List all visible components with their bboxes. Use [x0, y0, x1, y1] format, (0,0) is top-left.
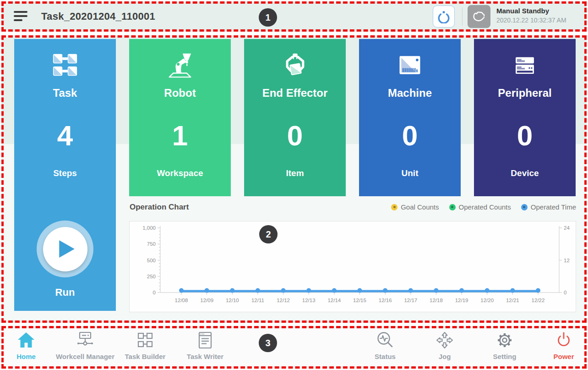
status-icon	[375, 330, 395, 350]
robot-icon	[166, 51, 194, 79]
status-mode-text: Manual Standby	[496, 7, 566, 15]
svg-text:500: 500	[147, 258, 156, 263]
menu-icon[interactable]	[14, 11, 27, 22]
card-unit: Item	[244, 168, 346, 178]
card-title: Peripheral	[474, 87, 576, 99]
svg-text:12/10: 12/10	[226, 298, 239, 303]
manual-mode-button[interactable]	[468, 5, 490, 28]
nav-label: Jog	[410, 353, 479, 360]
nav-item-setting[interactable]: Setting	[470, 330, 539, 360]
home-icon	[16, 330, 36, 350]
run-play-icon	[59, 240, 75, 258]
card-unit: Steps	[14, 168, 116, 178]
page-title: Task_20201204_110001	[41, 4, 155, 29]
svg-text:0: 0	[564, 290, 566, 295]
status-datetime: 2020.12.22 10:32:37 AM	[496, 17, 566, 24]
annotation-badge-3: 3	[259, 334, 277, 352]
peripheral-card[interactable]: Peripheral 0 Device	[474, 39, 576, 196]
legend-dot-icon	[391, 204, 397, 210]
svg-text:12/09: 12/09	[200, 298, 213, 303]
svg-text:12/11: 12/11	[251, 298, 264, 303]
nav-item-status[interactable]: Status	[351, 330, 419, 360]
power-icon	[554, 330, 574, 350]
svg-text:12/14: 12/14	[327, 298, 341, 303]
task-writer-icon	[195, 330, 215, 350]
operation-chart-plot: 02505007501,0000122412/0812/0912/1012/11…	[130, 221, 576, 312]
nav-label: Workcell Manager	[51, 353, 120, 360]
card-unit: Unit	[359, 168, 461, 178]
robot-card[interactable]: Robot 1 Workspace	[129, 39, 231, 196]
svg-text:12/21: 12/21	[506, 298, 519, 303]
workcell-manager-icon	[75, 330, 95, 350]
card-title: Robot	[129, 87, 231, 99]
card-title: End Effector	[244, 87, 346, 99]
card-title: Machine	[359, 87, 461, 99]
gripper-tool-button[interactable]	[433, 6, 455, 28]
task-builder-icon	[135, 330, 155, 350]
svg-text:12/17: 12/17	[404, 298, 417, 303]
gripper-icon	[436, 10, 451, 23]
end-effector-card[interactable]: End Effector 0 Item	[244, 39, 346, 196]
nav-item-power[interactable]: Power	[529, 330, 588, 360]
header-bar: Task_20201204_110001 Manual Standby 2020…	[1, 1, 587, 32]
annotation-badge-2: 2	[259, 225, 278, 243]
robot-status: Manual Standby 2020.12.22 10:32:37 AM	[496, 7, 566, 24]
svg-text:12: 12	[564, 258, 570, 263]
svg-text:12/13: 12/13	[302, 298, 316, 303]
card-count: 1	[129, 119, 231, 152]
svg-text:0: 0	[153, 290, 156, 295]
legend-item: Operated Time	[521, 203, 576, 211]
svg-text:12/15: 12/15	[353, 298, 366, 303]
setting-icon	[495, 330, 515, 350]
svg-text:750: 750	[147, 241, 156, 247]
legend-dot-icon	[521, 204, 528, 210]
manual-hand-icon	[471, 8, 487, 25]
card-count: 0	[244, 119, 346, 152]
card-title: Task	[14, 87, 116, 99]
card-unit: Workspace	[129, 168, 231, 178]
bottom-nav: Home Workcell Manager Task Builder	[1, 326, 587, 369]
end-effector-icon	[281, 51, 309, 79]
nav-item-jog[interactable]: Jog	[410, 330, 479, 360]
card-count: 4	[14, 119, 116, 152]
card-unit: Device	[474, 168, 576, 178]
legend-item: Operated Counts	[449, 203, 511, 211]
card-count: 0	[359, 119, 461, 152]
svg-text:1,000: 1,000	[142, 225, 156, 231]
svg-text:12/18: 12/18	[430, 298, 443, 303]
svg-text:12/12: 12/12	[277, 298, 290, 303]
legend-dot-icon	[449, 204, 456, 210]
nav-label: Power	[529, 353, 588, 360]
svg-text:250: 250	[147, 274, 156, 279]
main-dashboard: Task 4 Steps Run Robot 1 Workspace	[1, 35, 587, 323]
task-steps-icon	[51, 52, 79, 78]
nav-item-task-writer[interactable]: Task Writer	[171, 330, 240, 360]
nav-label: Status	[351, 353, 419, 360]
svg-text:12/19: 12/19	[455, 298, 468, 303]
machine-card[interactable]: Machine 0 Unit	[359, 39, 461, 196]
legend-item: Goal Counts	[391, 203, 439, 211]
legend-label: Operated Counts	[459, 203, 511, 211]
nav-item-task-builder[interactable]: Task Builder	[111, 330, 180, 360]
nav-label: Task Builder	[111, 353, 180, 360]
svg-text:24: 24	[564, 225, 570, 231]
run-label: Run	[14, 287, 116, 298]
annotation-badge-1: 1	[259, 8, 277, 27]
nav-label: Setting	[470, 353, 539, 360]
operation-chart: 02505007501,0000122412/0812/0912/1012/11…	[129, 221, 576, 312]
header-divider	[462, 7, 463, 26]
nav-label: Task Writer	[171, 353, 240, 360]
chart-legend: Goal CountsOperated CountsOperated Time	[391, 203, 576, 211]
jog-icon	[435, 330, 455, 350]
legend-label: Goal Counts	[401, 203, 439, 211]
svg-text:12/20: 12/20	[480, 298, 494, 303]
legend-label: Operated Time	[531, 203, 576, 211]
task-card[interactable]: Task 4 Steps Run	[14, 39, 116, 311]
run-button[interactable]	[37, 221, 93, 277]
nav-item-workcell-manager[interactable]: Workcell Manager	[51, 330, 120, 360]
peripheral-icon	[512, 52, 538, 78]
machine-icon	[396, 51, 424, 79]
card-count: 0	[474, 119, 576, 152]
svg-text:12/08: 12/08	[175, 298, 188, 303]
svg-text:12/16: 12/16	[379, 298, 392, 303]
